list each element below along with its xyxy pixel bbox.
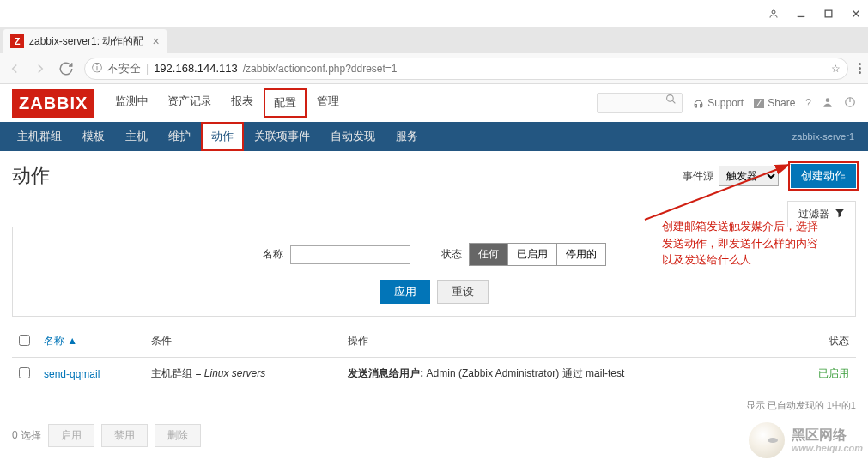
svg-point-0 — [772, 10, 775, 14]
status-disabled[interactable]: 停用的 — [557, 244, 605, 265]
row-checkbox[interactable] — [19, 367, 30, 378]
subnav-actions[interactable]: 动作 — [201, 122, 244, 151]
address-bar: ⓘ 不安全 | 192.168.144.113/zabbix/actioncon… — [0, 53, 868, 84]
col-condition: 条件 — [144, 325, 341, 358]
event-source-select[interactable]: 触发器 — [719, 166, 779, 186]
col-operation: 操作 — [341, 325, 787, 358]
url-host: 192.168.144.113 — [154, 62, 238, 75]
url-input[interactable]: ⓘ 不安全 | 192.168.144.113/zabbix/actioncon… — [84, 58, 848, 80]
sub-nav: 主机群组 模板 主机 维护 动作 关联项事件 自动发现 服务 zabbix-se… — [0, 122, 868, 151]
apply-button[interactable]: 应用 — [380, 280, 430, 304]
status-enabled[interactable]: 已启用 — [508, 244, 557, 265]
bulk-disable-button[interactable]: 禁用 — [101, 424, 148, 447]
selected-count: 0 选择 — [12, 428, 41, 443]
app-header: ZABBIX 监测中 资产记录 报表 配置 管理 Support ZShare … — [0, 84, 868, 122]
subnav-maintenance[interactable]: 维护 — [158, 122, 201, 151]
security-label: 不安全 — [107, 61, 141, 76]
col-status: 状态 — [787, 325, 856, 358]
forward-button[interactable] — [33, 61, 48, 76]
actions-table: 名称 ▲ 条件 操作 状态 send-qqmail 主机群组 = Linux s… — [12, 325, 856, 390]
status-toggle: 任何 已启用 停用的 — [469, 243, 606, 266]
user-icon — [768, 9, 779, 19]
nav-configuration[interactable]: 配置 — [264, 88, 307, 118]
bulk-actions: 0 选择 启用 禁用 删除 — [12, 421, 856, 451]
support-link[interactable]: Support — [693, 97, 744, 109]
subnav-correlation[interactable]: 关联项事件 — [244, 122, 320, 151]
info-icon[interactable]: ⓘ — [92, 61, 102, 76]
main-nav: 监测中 资产记录 报表 配置 管理 — [106, 88, 348, 118]
event-source-label: 事件源 — [683, 169, 713, 184]
server-name: zabbix-server1 — [792, 131, 861, 142]
table-footer: 显示 已自动发现的 1中的1 — [12, 390, 856, 421]
maximize-icon[interactable] — [823, 9, 834, 19]
share-link[interactable]: ZShare — [754, 97, 795, 109]
row-operation: 发送消息给用户: Admin (Zabbix Administrator) 通过… — [341, 358, 787, 390]
bulk-enable-button[interactable]: 启用 — [48, 424, 94, 447]
reload-button[interactable] — [58, 61, 74, 76]
svg-point-7 — [826, 98, 830, 102]
close-icon[interactable] — [851, 9, 861, 19]
search-icon[interactable] — [665, 94, 677, 107]
name-input[interactable] — [290, 245, 410, 264]
nav-inventory[interactable]: 资产记录 — [159, 88, 221, 118]
nav-administration[interactable]: 管理 — [308, 88, 348, 118]
favicon: Z — [10, 34, 24, 48]
minimize-icon[interactable] — [796, 9, 806, 19]
help-icon[interactable]: ? — [805, 97, 811, 109]
action-name-link[interactable]: send-qqmail — [44, 368, 100, 380]
name-label: 名称 — [263, 247, 283, 262]
svg-rect-2 — [825, 10, 832, 17]
svg-line-6 — [672, 100, 675, 103]
status-any[interactable]: 任何 — [470, 244, 508, 265]
svg-point-5 — [667, 95, 674, 102]
tab-close-icon[interactable]: × — [152, 34, 159, 48]
watermark: 黑区网络 www.heiqu.com — [749, 422, 863, 458]
browser-tab[interactable]: Z zabbix-server1: 动作的配 × — [3, 29, 167, 53]
bulk-delete-button[interactable]: 删除 — [155, 424, 201, 447]
page-header: 动作 事件源 触发器 创建动作 — [12, 163, 856, 189]
browser-tab-bar: Z zabbix-server1: 动作的配 × — [0, 27, 868, 53]
subnav-services[interactable]: 服务 — [385, 122, 428, 151]
window-chrome — [0, 0, 868, 27]
col-name[interactable]: 名称 ▲ — [37, 325, 144, 358]
subnav-discovery[interactable]: 自动发现 — [320, 122, 385, 151]
logout-icon[interactable] — [844, 96, 856, 111]
logo[interactable]: ZABBIX — [12, 89, 94, 118]
create-action-button[interactable]: 创建动作 — [791, 164, 856, 188]
browser-menu-icon[interactable] — [859, 63, 861, 74]
table-row: send-qqmail 主机群组 = Linux servers 发送消息给用户… — [12, 358, 856, 390]
back-button[interactable] — [7, 61, 22, 76]
nav-reports[interactable]: 报表 — [222, 88, 262, 118]
reset-button[interactable]: 重设 — [437, 280, 489, 304]
status-link[interactable]: 已启用 — [818, 367, 849, 379]
tab-title: zabbix-server1: 动作的配 — [29, 34, 143, 49]
nav-monitoring[interactable]: 监测中 — [106, 88, 157, 118]
annotation-text: 创建邮箱发送触发媒介后，选择 发送动作，即发送什么样的内容 以及发送给什么人 — [662, 218, 842, 269]
select-all-checkbox[interactable] — [19, 335, 30, 346]
subnav-hostgroups[interactable]: 主机群组 — [7, 122, 72, 151]
status-label: 状态 — [441, 247, 462, 262]
user-profile-icon[interactable] — [822, 96, 834, 111]
watermark-logo-icon — [749, 422, 785, 458]
subnav-templates[interactable]: 模板 — [72, 122, 115, 151]
bookmark-icon[interactable]: ☆ — [831, 63, 841, 75]
page-title: 动作 — [12, 163, 50, 189]
search-input[interactable] — [597, 93, 683, 113]
row-condition: 主机群组 = Linux servers — [144, 358, 341, 390]
url-path: /zabbix/actionconf.php?ddreset=1 — [243, 63, 398, 75]
subnav-hosts[interactable]: 主机 — [115, 122, 158, 151]
